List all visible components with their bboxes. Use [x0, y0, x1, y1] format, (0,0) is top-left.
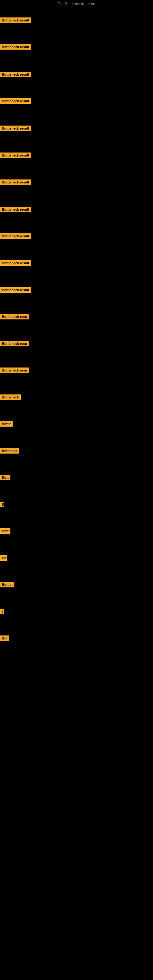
- bottleneck-badge-14[interactable]: Bottleneck resu: [0, 368, 29, 373]
- bottleneck-badge-row-13: Bottleneck resu: [0, 341, 29, 348]
- bottleneck-badge-row-18: Bott: [0, 475, 10, 481]
- bottleneck-badge-1[interactable]: Bottleneck result: [0, 18, 31, 23]
- bottleneck-badge-row-5: Bottleneck result: [0, 126, 31, 132]
- bottleneck-badge-9[interactable]: Bottleneck result: [0, 233, 31, 239]
- bottleneck-badge-12[interactable]: Bottleneck resu: [0, 314, 29, 320]
- bottleneck-badge-4[interactable]: Bottleneck result: [0, 98, 31, 104]
- bottleneck-badge-20[interactable]: Bott: [0, 528, 10, 534]
- bottleneck-badge-21[interactable]: Bo: [0, 555, 7, 561]
- bottleneck-badge-24[interactable]: Bot: [0, 635, 9, 641]
- bottleneck-badge-18[interactable]: Bott: [0, 475, 10, 480]
- bottleneck-badge-row-14: Bottleneck resu: [0, 368, 29, 374]
- bottleneck-badge-row-2: Bottleneck result: [0, 44, 31, 51]
- bottleneck-badge-row-8: Bottleneck result: [0, 207, 31, 213]
- bottleneck-badge-row-4: Bottleneck result: [0, 98, 31, 105]
- bottleneck-badge-row-7: Bottleneck result: [0, 180, 31, 186]
- bottleneck-badge-3[interactable]: Bottleneck result: [0, 72, 31, 77]
- bottleneck-badge-6[interactable]: Bottleneck result: [0, 153, 31, 158]
- bottleneck-badge-2[interactable]: Bottleneck result: [0, 44, 31, 49]
- bottleneck-badge-row-17: Bottlenec: [0, 448, 19, 455]
- bottleneck-badge-22[interactable]: Bottler: [0, 582, 14, 587]
- bottleneck-badge-8[interactable]: Bottleneck result: [0, 207, 31, 212]
- site-title: TheBottlenecker.com: [0, 0, 153, 8]
- bottleneck-badge-5[interactable]: Bottleneck result: [0, 126, 31, 131]
- bottleneck-badge-row-9: Bottleneck result: [0, 233, 31, 240]
- bottleneck-badge-16[interactable]: Bottle: [0, 421, 13, 426]
- bottleneck-badge-10[interactable]: Bottleneck result: [0, 260, 31, 266]
- bottleneck-badge-row-11: Bottleneck result: [0, 287, 31, 294]
- bottleneck-badge-15[interactable]: Bottleneck: [0, 395, 21, 400]
- bottleneck-badge-11[interactable]: Bottleneck result: [0, 287, 31, 293]
- bottleneck-badge-17[interactable]: Bottlenec: [0, 448, 19, 453]
- bottleneck-badge-23[interactable]: |: [0, 609, 4, 614]
- bottleneck-badge-row-22: Bottler: [0, 582, 14, 589]
- bottleneck-badge-row-19: B: [0, 502, 4, 508]
- bottleneck-badge-row-24: Bot: [0, 635, 9, 642]
- bottleneck-badge-row-6: Bottleneck result: [0, 153, 31, 159]
- bottleneck-badge-row-3: Bottleneck result: [0, 72, 31, 78]
- bottleneck-badge-row-16: Bottle: [0, 421, 13, 428]
- bottleneck-badge-row-23: |: [0, 609, 4, 616]
- bottleneck-badge-13[interactable]: Bottleneck resu: [0, 341, 29, 346]
- bottleneck-badge-row-15: Bottleneck: [0, 395, 21, 401]
- bottleneck-badge-row-1: Bottleneck result: [0, 18, 31, 24]
- bottleneck-badge-row-21: Bo: [0, 555, 7, 562]
- bottleneck-badge-7[interactable]: Bottleneck result: [0, 180, 31, 185]
- bottleneck-badge-row-12: Bottleneck resu: [0, 314, 29, 321]
- bottleneck-badge-19[interactable]: B: [0, 502, 4, 507]
- bottleneck-badge-row-20: Bott: [0, 528, 10, 535]
- bottleneck-badge-row-10: Bottleneck result: [0, 260, 31, 267]
